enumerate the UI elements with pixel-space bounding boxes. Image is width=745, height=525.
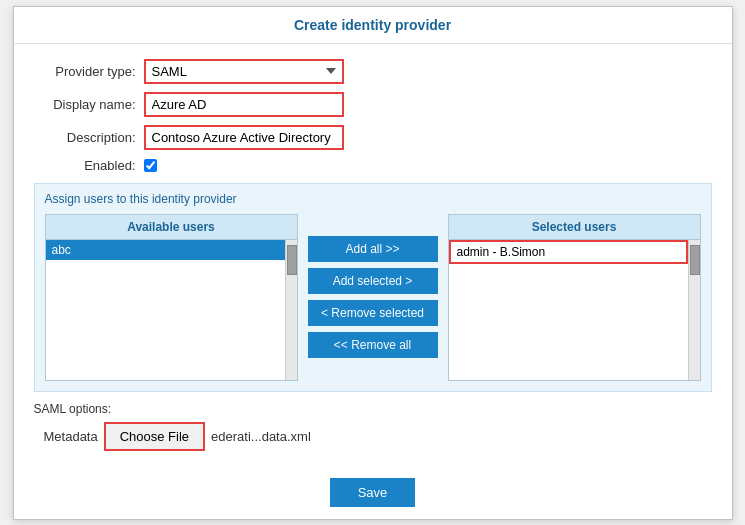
available-users-inner: abc xyxy=(46,240,297,380)
file-name: ederati...data.xml xyxy=(211,429,311,444)
saml-options-label: SAML options: xyxy=(34,402,712,416)
add-selected-button[interactable]: Add selected > xyxy=(308,268,438,294)
assign-section-label: Assign users to this identity provider xyxy=(45,192,701,206)
provider-type-row: Provider type: SAML xyxy=(34,59,712,84)
dialog-title: Create identity provider xyxy=(14,7,732,44)
available-users-scrollbar-thumb xyxy=(287,245,297,275)
selected-users-header: Selected users xyxy=(449,215,700,240)
list-item[interactable]: abc xyxy=(46,240,285,260)
display-name-label: Display name: xyxy=(34,97,144,112)
selected-users-inner: admin - B.Simon xyxy=(449,240,700,380)
selected-users-scrollbar-thumb xyxy=(690,245,700,275)
list-item[interactable]: admin - B.Simon xyxy=(449,240,688,264)
save-button[interactable]: Save xyxy=(330,478,416,507)
selected-users-scrollbar xyxy=(688,240,700,380)
provider-type-label: Provider type: xyxy=(34,64,144,79)
users-container: Available users abc Add all >> Add selec… xyxy=(45,214,701,381)
provider-type-select[interactable]: SAML xyxy=(144,59,344,84)
description-input[interactable] xyxy=(144,125,344,150)
display-name-row: Display name: xyxy=(34,92,712,117)
metadata-row: Metadata Choose File ederati...data.xml xyxy=(44,422,712,451)
dialog-body: Provider type: SAML Display name: Descri… xyxy=(14,44,732,466)
available-users-list[interactable]: abc xyxy=(46,240,285,380)
create-identity-provider-dialog: Create identity provider Provider type: … xyxy=(13,6,733,520)
description-row: Description: xyxy=(34,125,712,150)
enabled-label: Enabled: xyxy=(34,158,144,173)
available-users-scrollbar xyxy=(285,240,297,380)
enabled-row: Enabled: xyxy=(34,158,712,173)
dialog-footer: Save xyxy=(14,466,732,519)
choose-file-button[interactable]: Choose File xyxy=(104,422,205,451)
remove-selected-button[interactable]: < Remove selected xyxy=(308,300,438,326)
remove-all-button[interactable]: << Remove all xyxy=(308,332,438,358)
selected-users-list[interactable]: admin - B.Simon xyxy=(449,240,688,380)
assign-users-section: Assign users to this identity provider A… xyxy=(34,183,712,392)
selected-users-panel: Selected users admin - B.Simon xyxy=(448,214,701,381)
saml-options-section: SAML options: Metadata Choose File edera… xyxy=(34,402,712,451)
available-users-header: Available users xyxy=(46,215,297,240)
transfer-buttons: Add all >> Add selected > < Remove selec… xyxy=(298,214,448,381)
enabled-checkbox[interactable] xyxy=(144,159,157,172)
metadata-label: Metadata xyxy=(44,429,98,444)
add-all-button[interactable]: Add all >> xyxy=(308,236,438,262)
available-users-panel: Available users abc xyxy=(45,214,298,381)
description-label: Description: xyxy=(34,130,144,145)
display-name-input[interactable] xyxy=(144,92,344,117)
